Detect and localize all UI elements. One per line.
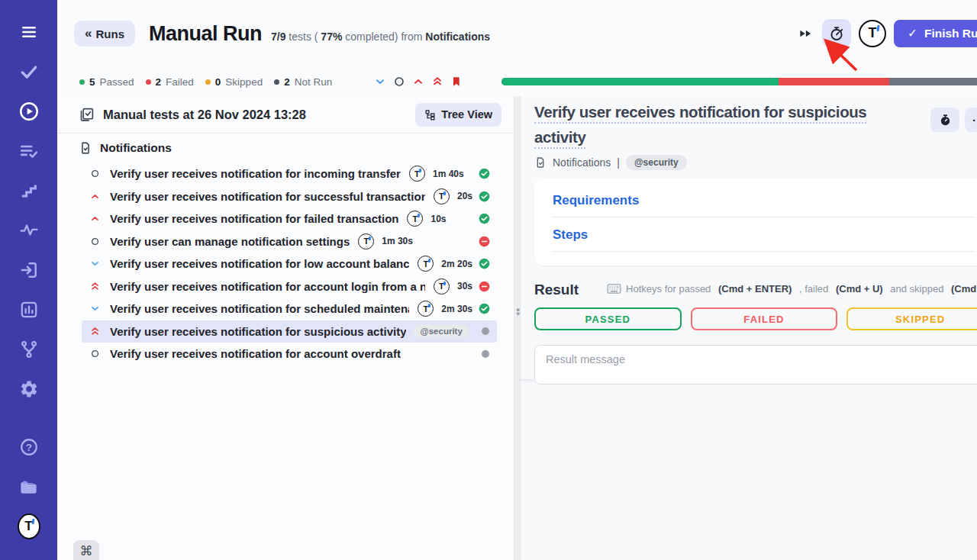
test-duration: 1m 30s bbox=[382, 236, 413, 246]
skipped-button[interactable]: SKIPPED bbox=[846, 307, 977, 330]
priority-normal-icon bbox=[89, 169, 100, 179]
automation-logo-icon: T bbox=[358, 233, 374, 249]
steps-icon bbox=[19, 181, 39, 201]
sidebar-item-steps[interactable] bbox=[18, 180, 40, 201]
sidebar-item-projects[interactable] bbox=[18, 476, 40, 497]
test-row[interactable]: Verify user can manage notification sett… bbox=[82, 230, 497, 253]
status-failed-icon bbox=[472, 281, 490, 292]
sidebar-item-test-plans[interactable] bbox=[18, 140, 40, 162]
hotkeys-hint: Hotkeys for passed (Cmd + ENTER) , faile… bbox=[607, 283, 977, 294]
check-icon: ✓ bbox=[908, 27, 917, 40]
panel-resizer[interactable]: ●● bbox=[514, 96, 521, 560]
sidebar-item-tasks[interactable] bbox=[18, 61, 40, 82]
menu-icon bbox=[18, 23, 40, 41]
timer-button[interactable] bbox=[822, 19, 851, 47]
analytics-icon bbox=[19, 300, 39, 320]
breadcrumb: Notifications bbox=[553, 156, 611, 169]
tag-security[interactable]: @security bbox=[626, 155, 687, 170]
automation-logo-icon: T bbox=[434, 188, 450, 204]
run-subtitle: 7/9 tests ( 77% completed) from Notifica… bbox=[271, 31, 490, 43]
result-message-input[interactable] bbox=[534, 345, 977, 385]
sidebar-item-runs[interactable] bbox=[18, 101, 40, 122]
sidebar-item-pulse[interactable] bbox=[18, 220, 40, 241]
run-name: Manual tests at 26 Nov 2024 13:28 bbox=[103, 108, 306, 122]
content-split: Manual tests at 26 Nov 2024 13:28 Tree V… bbox=[57, 96, 977, 560]
test-row-title: Verify user receives notification for su… bbox=[110, 190, 425, 203]
test-list-header: Manual tests at 26 Nov 2024 13:28 Tree V… bbox=[57, 96, 514, 133]
test-duration: 2m 30s bbox=[441, 304, 472, 314]
tree-view-button[interactable]: Tree View bbox=[415, 103, 501, 127]
more-options-button[interactable]: ··· bbox=[965, 108, 977, 132]
test-list: Verify user receives notification for in… bbox=[82, 163, 497, 365]
test-tag: @security bbox=[413, 325, 469, 338]
topbar-actions: T ✓ Finish Run bbox=[798, 19, 977, 47]
stat-skipped: 0Skipped bbox=[205, 76, 263, 88]
test-row[interactable]: Verify user receives notification for fa… bbox=[82, 208, 497, 230]
settings-gear-icon bbox=[19, 379, 39, 399]
test-sections-card: Requirements Steps bbox=[534, 179, 977, 266]
priority-high-icon bbox=[89, 191, 100, 201]
test-title[interactable]: Verify user receives notification for su… bbox=[534, 99, 887, 150]
fast-forward-button[interactable] bbox=[798, 27, 813, 40]
passed-button[interactable]: PASSED bbox=[534, 307, 682, 330]
sidebar-item-branches[interactable] bbox=[18, 339, 40, 360]
branches-icon bbox=[19, 340, 39, 359]
priority-low-icon bbox=[89, 304, 100, 314]
resizer-grip-icon: ●● bbox=[516, 308, 520, 316]
test-row-title: Verify user can manage notification sett… bbox=[110, 235, 350, 248]
sidebar-item-logo[interactable]: T bbox=[18, 516, 40, 537]
test-row[interactable]: Verify user receives notification for sc… bbox=[82, 298, 497, 320]
automation-logo-icon: T bbox=[434, 278, 450, 294]
test-row[interactable]: Verify user receives notification for ac… bbox=[82, 343, 497, 365]
notrun-dot-icon bbox=[274, 79, 279, 85]
test-row[interactable]: Verify user receives notification for su… bbox=[82, 320, 497, 343]
status-passed-icon bbox=[472, 168, 490, 179]
sidebar-item-menu[interactable] bbox=[18, 21, 40, 43]
import-icon bbox=[19, 260, 39, 280]
test-duration: 10s bbox=[430, 214, 446, 224]
filter-double-chevron-up-icon[interactable] bbox=[431, 76, 443, 88]
section-steps[interactable]: Steps bbox=[553, 217, 975, 252]
sidebar-item-help[interactable]: ? bbox=[18, 436, 40, 458]
filter-chevron-up-icon[interactable] bbox=[412, 76, 424, 88]
test-meta: Notifications | @security bbox=[534, 155, 977, 170]
finish-run-button[interactable]: ✓ Finish Run bbox=[894, 20, 977, 47]
hotkeys-button[interactable]: ⌘ bbox=[73, 540, 99, 560]
folder-notifications[interactable]: Notifications bbox=[57, 134, 514, 162]
test-row[interactable]: Verify user receives notification for lo… bbox=[82, 253, 497, 275]
test-plans-icon bbox=[19, 141, 39, 161]
sidebar-item-analytics[interactable] bbox=[18, 299, 40, 320]
filter-bookmark-icon[interactable] bbox=[450, 76, 463, 89]
sidebar-item-import[interactable] bbox=[18, 259, 40, 281]
app-root: ? T « Runs Manual Run 7/9 tests ( 77% co… bbox=[0, 0, 977, 560]
avatar-logo-letter: T bbox=[868, 25, 876, 41]
fast-forward-icon bbox=[798, 27, 813, 40]
automation-logo-icon: T bbox=[418, 256, 434, 272]
runs-play-icon bbox=[18, 101, 40, 122]
status-passed-icon bbox=[472, 303, 490, 314]
pulse-icon bbox=[19, 220, 39, 240]
user-avatar[interactable]: T bbox=[859, 20, 886, 47]
stopwatch-filled-icon bbox=[939, 114, 952, 127]
filter-circle-icon[interactable] bbox=[393, 76, 405, 88]
sidebar-item-settings[interactable] bbox=[18, 378, 40, 400]
filter-chevron-down-icon[interactable] bbox=[374, 76, 386, 88]
run-stats: 5Passed 2Failed 0Skipped 2Not Run bbox=[79, 76, 332, 88]
topbar: « Runs Manual Run 7/9 tests ( 77% comple… bbox=[57, 0, 977, 67]
automation-logo-icon: T bbox=[407, 211, 423, 227]
run-progress-bar bbox=[501, 78, 977, 85]
test-row-title: Verify user receives notification for ac… bbox=[110, 347, 401, 360]
test-duration: 30s bbox=[457, 281, 472, 291]
section-requirements[interactable]: Requirements bbox=[553, 183, 975, 217]
skipped-dot-icon bbox=[205, 79, 211, 85]
test-timer-button[interactable] bbox=[930, 108, 959, 132]
test-row[interactable]: Verify user receives notification for ac… bbox=[82, 275, 497, 298]
test-row[interactable]: Verify user receives notification for su… bbox=[82, 185, 497, 208]
back-to-runs-button[interactable]: « Runs bbox=[74, 21, 135, 47]
test-row-title: Verify user receives notification for ac… bbox=[110, 280, 425, 293]
failed-button[interactable]: FAILED bbox=[691, 307, 838, 330]
detail-surface: Verify user receives notification for su… bbox=[521, 96, 977, 380]
progress-segment-passed bbox=[501, 78, 779, 85]
test-row[interactable]: Verify user receives notification for in… bbox=[82, 163, 497, 185]
test-duration: 2m 20s bbox=[441, 259, 472, 269]
